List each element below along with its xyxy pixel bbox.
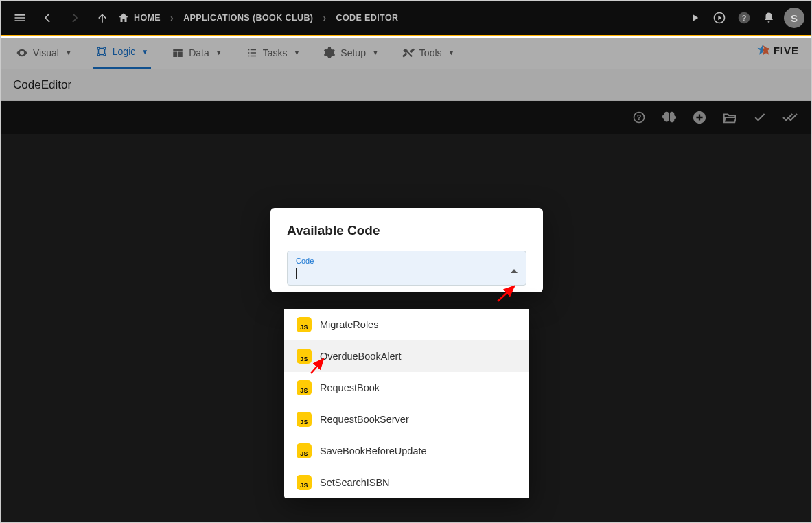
back-icon[interactable] xyxy=(35,5,60,30)
code-combobox[interactable]: Code xyxy=(287,251,526,286)
list-item[interactable]: JSMigrateRoles xyxy=(284,309,529,340)
forward-icon xyxy=(62,5,87,30)
eye-icon xyxy=(16,47,28,59)
list-item-label: SaveBookBeforeUpdate xyxy=(320,445,427,456)
svg-point-6 xyxy=(104,54,106,56)
tab-setup-label: Setup xyxy=(340,47,366,58)
svg-point-4 xyxy=(104,47,106,49)
js-badge-icon: JS xyxy=(297,475,312,490)
editor-toolbar: ? xyxy=(1,101,811,134)
caret-down-icon: ▼ xyxy=(448,49,455,56)
breadcrumb-applications-label: APPLICATIONS (BOOK CLUB) xyxy=(183,13,313,23)
list-item-label: OverdueBookAlert xyxy=(320,351,401,362)
breadcrumb-home-label: HOME xyxy=(134,13,161,23)
tab-visual-label: Visual xyxy=(33,47,59,58)
tab-tasks-label: Tasks xyxy=(263,47,288,58)
caret-down-icon: ▼ xyxy=(293,49,300,56)
tasks-icon xyxy=(246,47,258,59)
check-all-icon[interactable] xyxy=(781,108,799,126)
tab-tools-label: Tools xyxy=(419,47,442,58)
tab-tools[interactable]: Tools▼ xyxy=(399,36,458,69)
tab-visual[interactable]: Visual▼ xyxy=(13,36,75,69)
caret-down-icon: ▼ xyxy=(141,48,148,56)
menu-icon[interactable] xyxy=(8,5,32,30)
add-icon[interactable] xyxy=(691,108,708,126)
tab-logic-label: Logic xyxy=(113,46,135,57)
up-icon[interactable] xyxy=(90,5,115,30)
caret-up-icon[interactable] xyxy=(511,269,518,273)
js-badge-icon: JS xyxy=(297,349,312,364)
list-item-label: RequestBookServer xyxy=(320,414,409,425)
text-cursor xyxy=(296,268,297,279)
breadcrumb-code-editor-label: CODE EDITOR xyxy=(336,13,398,23)
gear-icon xyxy=(323,47,336,59)
tab-logic[interactable]: Logic▼ xyxy=(93,36,151,69)
code-dropdown-list: JSMigrateRolesJSOverdueBookAlertJSReques… xyxy=(284,309,529,498)
tools-icon xyxy=(402,47,415,59)
main-tabstrip: Visual▼ Logic▼ Data▼ Tasks▼ Setup▼ Tools… xyxy=(1,36,811,69)
brain-icon[interactable] xyxy=(660,108,678,126)
js-badge-icon: JS xyxy=(297,443,312,458)
svg-text:?: ? xyxy=(637,113,642,121)
js-badge-icon: JS xyxy=(297,317,312,332)
help-icon[interactable]: ? xyxy=(732,5,756,30)
deploy-icon[interactable] xyxy=(707,5,732,30)
svg-point-3 xyxy=(97,47,100,49)
breadcrumb-applications[interactable]: APPLICATIONS (BOOK CLUB) xyxy=(183,13,313,23)
list-item-label: MigrateRoles xyxy=(320,319,378,330)
check-icon[interactable] xyxy=(751,108,769,126)
available-code-popup: Available Code Code xyxy=(270,208,543,292)
svg-point-5 xyxy=(97,54,100,56)
tab-data-label: Data xyxy=(189,47,209,58)
list-item[interactable]: JSSaveBookBeforeUpdate xyxy=(284,435,529,467)
list-item-label: SetSearchISBN xyxy=(320,477,390,488)
brand-logo-icon xyxy=(756,43,769,57)
home-icon xyxy=(117,12,130,24)
breadcrumb: HOME › APPLICATIONS (BOOK CLUB) › CODE E… xyxy=(117,12,398,24)
list-item-label: RequestBook xyxy=(320,382,380,393)
play-icon[interactable] xyxy=(682,5,707,30)
list-item[interactable]: JSSetSearchISBN xyxy=(284,467,529,498)
breadcrumb-code-editor[interactable]: CODE EDITOR xyxy=(336,13,398,23)
chevron-right-icon: › xyxy=(323,12,326,23)
caret-down-icon: ▼ xyxy=(65,49,72,56)
js-badge-icon: JS xyxy=(297,380,312,395)
tab-data[interactable]: Data▼ xyxy=(169,36,224,69)
avatar[interactable]: S xyxy=(784,8,804,28)
js-badge-icon: JS xyxy=(297,412,312,427)
breadcrumb-home[interactable]: HOME xyxy=(117,12,161,24)
tab-tasks[interactable]: Tasks▼ xyxy=(243,36,303,69)
page-title: CodeEditor xyxy=(13,78,71,92)
code-field-label: Code xyxy=(296,257,518,265)
app-topbar: HOME › APPLICATIONS (BOOK CLUB) › CODE E… xyxy=(1,1,811,36)
topbar-left-controls xyxy=(8,5,115,30)
hint-icon[interactable]: ? xyxy=(630,108,648,126)
bell-icon[interactable] xyxy=(756,5,781,30)
brand-name: FIVE xyxy=(774,45,799,56)
caret-down-icon: ▼ xyxy=(216,49,222,56)
folder-open-icon[interactable] xyxy=(721,108,739,126)
chevron-right-icon: › xyxy=(170,12,174,23)
avatar-initial: S xyxy=(791,12,798,24)
brand: FIVE xyxy=(756,43,799,57)
code-input[interactable] xyxy=(296,266,518,277)
logic-icon xyxy=(95,45,108,58)
popup-title: Available Code xyxy=(287,223,526,238)
svg-text:?: ? xyxy=(741,13,746,22)
table-icon xyxy=(172,47,184,59)
caret-down-icon: ▼ xyxy=(372,49,379,56)
section-title-bar: CodeEditor xyxy=(1,69,811,101)
list-item[interactable]: JSRequestBookServer xyxy=(284,404,529,435)
tab-setup[interactable]: Setup▼ xyxy=(321,36,382,69)
list-item[interactable]: JSRequestBook xyxy=(284,372,529,404)
list-item[interactable]: JSOverdueBookAlert xyxy=(284,340,529,372)
